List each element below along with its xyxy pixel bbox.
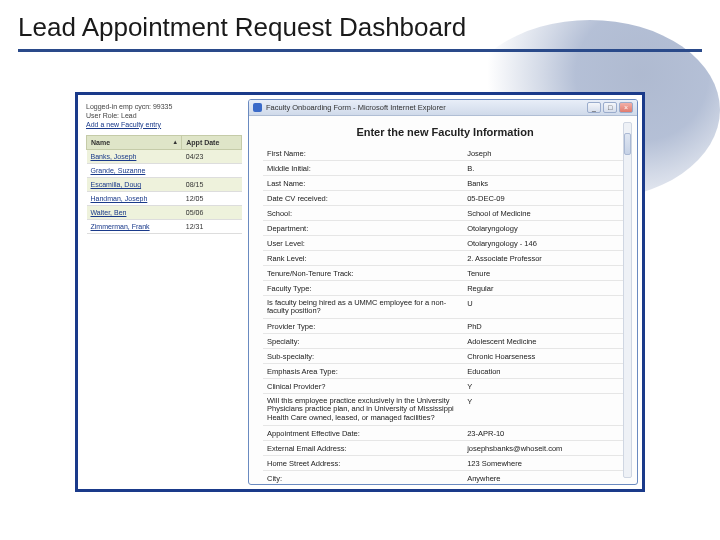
dashboard-panel: Logged-in emp cycn: 99335 User Role: Lea… bbox=[78, 95, 248, 489]
form-row: School:School of Medicine bbox=[263, 206, 627, 221]
form-label: Emphasis Area Type: bbox=[263, 364, 463, 379]
form-value: Y bbox=[463, 394, 627, 426]
col-appt[interactable]: Appt Date bbox=[182, 136, 242, 150]
form-label: Appointment Effective Date: bbox=[263, 426, 463, 441]
form-label: Tenure/Non-Tenure Track: bbox=[263, 266, 463, 281]
form-row: Last Name:Banks bbox=[263, 176, 627, 191]
form-row: Sub-specialty:Chronic Hoarseness bbox=[263, 349, 627, 364]
form-label: Date CV received: bbox=[263, 191, 463, 206]
form-label: Will this employee practice exclusively … bbox=[263, 394, 463, 426]
form-row: Is faculty being hired as a UMMC employe… bbox=[263, 296, 627, 319]
form-row: Middle Initial:B. bbox=[263, 161, 627, 176]
form-label: Provider Type: bbox=[263, 319, 463, 334]
row-appt: 04/23 bbox=[182, 150, 242, 164]
appointments-table: Name Appt Date Banks, Joseph 04/23 Grand… bbox=[86, 135, 242, 234]
form-value: Joseph bbox=[463, 146, 627, 161]
close-button[interactable]: × bbox=[619, 102, 633, 113]
slide-title: Lead Appointment Request Dashboard bbox=[0, 0, 720, 49]
form-value: josephsbanks@whoseit.com bbox=[463, 441, 627, 456]
form-label: School: bbox=[263, 206, 463, 221]
form-row: Appointment Effective Date:23-APR-10 bbox=[263, 426, 627, 441]
form-value: PhD bbox=[463, 319, 627, 334]
login-role: User Role: Lead bbox=[86, 112, 242, 121]
row-name[interactable]: Handman, Joseph bbox=[87, 192, 182, 206]
form-label: City: bbox=[263, 471, 463, 484]
form-label: Middle Initial: bbox=[263, 161, 463, 176]
table-row[interactable]: Walter, Ben 05/06 bbox=[87, 206, 242, 220]
ie-titlebar: Faculty Onboarding Form - Microsoft Inte… bbox=[249, 100, 637, 116]
form-label: User Level: bbox=[263, 236, 463, 251]
table-row[interactable]: Handman, Joseph 12/05 bbox=[87, 192, 242, 206]
form-row: Clinical Provider?Y bbox=[263, 379, 627, 394]
row-name[interactable]: Banks, Joseph bbox=[87, 150, 182, 164]
form-label: Is faculty being hired as a UMMC employe… bbox=[263, 296, 463, 319]
table-row[interactable]: Zimmerman, Frank 12/31 bbox=[87, 220, 242, 234]
form-value: Education bbox=[463, 364, 627, 379]
form-row: External Email Address:josephsbanks@whos… bbox=[263, 441, 627, 456]
row-name[interactable]: Grande, Suzanne bbox=[87, 164, 182, 178]
form-value: Otolaryngology - 146 bbox=[463, 236, 627, 251]
form-value: Otolaryngology bbox=[463, 221, 627, 236]
row-appt: 12/31 bbox=[182, 220, 242, 234]
scrollbar-thumb[interactable] bbox=[624, 133, 631, 155]
form-value: 123 Somewhere bbox=[463, 456, 627, 471]
row-name[interactable]: Walter, Ben bbox=[87, 206, 182, 220]
form-label: Faculty Type: bbox=[263, 281, 463, 296]
row-appt: 05/06 bbox=[182, 206, 242, 220]
form-label: Home Street Address: bbox=[263, 456, 463, 471]
scrollbar[interactable] bbox=[623, 122, 632, 478]
form-row: Emphasis Area Type:Education bbox=[263, 364, 627, 379]
form-value: 23-APR-10 bbox=[463, 426, 627, 441]
form-value: Tenure bbox=[463, 266, 627, 281]
form-label: First Name: bbox=[263, 146, 463, 161]
form-row: User Level:Otolaryngology - 146 bbox=[263, 236, 627, 251]
form-label: Clinical Provider? bbox=[263, 379, 463, 394]
row-name[interactable]: Escamilla, Doug bbox=[87, 178, 182, 192]
form-value: School of Medicine bbox=[463, 206, 627, 221]
ie-app-icon bbox=[253, 103, 262, 112]
row-appt: 12/05 bbox=[182, 192, 242, 206]
form-row: Faculty Type:Regular bbox=[263, 281, 627, 296]
form-value: Y bbox=[463, 379, 627, 394]
form-value: Anywhere bbox=[463, 471, 627, 484]
form-row: First Name:Joseph bbox=[263, 146, 627, 161]
form-value: Adolescent Medicine bbox=[463, 334, 627, 349]
row-appt: 08/15 bbox=[182, 178, 242, 192]
form-row: Specialty:Adolescent Medicine bbox=[263, 334, 627, 349]
form-row: Department:Otolaryngology bbox=[263, 221, 627, 236]
login-meta: Logged-in emp cycn: 99335 User Role: Lea… bbox=[86, 103, 242, 129]
table-row[interactable]: Banks, Joseph 04/23 bbox=[87, 150, 242, 164]
form-label: Specialty: bbox=[263, 334, 463, 349]
form-value: Chronic Hoarseness bbox=[463, 349, 627, 364]
form-label: Last Name: bbox=[263, 176, 463, 191]
form-label: External Email Address: bbox=[263, 441, 463, 456]
form-value: Banks bbox=[463, 176, 627, 191]
maximize-button[interactable]: □ bbox=[603, 102, 617, 113]
form-label: Sub-specialty: bbox=[263, 349, 463, 364]
frame-inner: Logged-in emp cycn: 99335 User Role: Lea… bbox=[78, 95, 642, 489]
form-row: Provider Type:PhD bbox=[263, 319, 627, 334]
form-label: Department: bbox=[263, 221, 463, 236]
content-frame: Logged-in emp cycn: 99335 User Role: Lea… bbox=[75, 92, 645, 492]
form-row: Rank Level:2. Associate Professor bbox=[263, 251, 627, 266]
col-name[interactable]: Name bbox=[87, 136, 182, 150]
row-name[interactable]: Zimmerman, Frank bbox=[87, 220, 182, 234]
form-row: Home Street Address:123 Somewhere bbox=[263, 456, 627, 471]
add-faculty-link[interactable]: Add a new Faculty entry bbox=[86, 121, 161, 128]
form-row: Date CV received:05-DEC-09 bbox=[263, 191, 627, 206]
form-value: Regular bbox=[463, 281, 627, 296]
form-value: 2. Associate Professor bbox=[463, 251, 627, 266]
table-row[interactable]: Grande, Suzanne bbox=[87, 164, 242, 178]
form-value: U bbox=[463, 296, 627, 319]
table-row[interactable]: Escamilla, Doug 08/15 bbox=[87, 178, 242, 192]
minimize-button[interactable]: _ bbox=[587, 102, 601, 113]
faculty-form: First Name:JosephMiddle Initial:B.Last N… bbox=[263, 146, 627, 484]
form-value: B. bbox=[463, 161, 627, 176]
form-value: 05-DEC-09 bbox=[463, 191, 627, 206]
form-row: Will this employee practice exclusively … bbox=[263, 394, 627, 426]
title-underline bbox=[18, 49, 702, 52]
ie-window: Faculty Onboarding Form - Microsoft Inte… bbox=[248, 99, 638, 485]
login-emp: Logged-in emp cycn: 99335 bbox=[86, 103, 242, 112]
ie-body: Enter the new Faculty Information First … bbox=[249, 116, 637, 484]
ie-window-title: Faculty Onboarding Form - Microsoft Inte… bbox=[266, 103, 585, 112]
